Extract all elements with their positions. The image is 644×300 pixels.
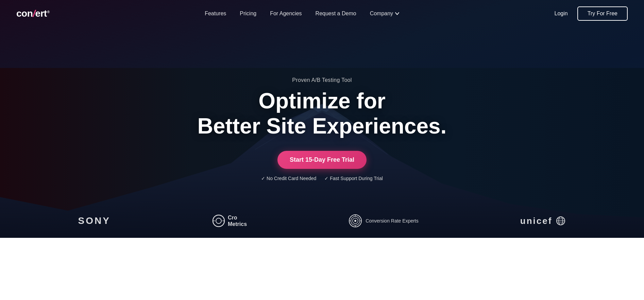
nav-company[interactable]: Company xyxy=(370,11,399,17)
cre-text: Conversion Rate Experts xyxy=(366,218,419,224)
svg-point-3 xyxy=(216,218,221,224)
crometrics-icon xyxy=(212,214,225,227)
unicef-globe-icon xyxy=(556,216,566,226)
hero-title: Optimize for Better Site Experiences. xyxy=(198,89,447,139)
hero-section: Proven A/B Testing Tool Optimize for Bet… xyxy=(0,0,644,238)
partner-logos: SONY Cro Metrics xyxy=(0,214,644,228)
navbar: con/ert® Features Pricing For Agencies R… xyxy=(0,0,644,27)
unicef-text: unicef xyxy=(520,216,553,226)
cre-icon xyxy=(349,214,362,228)
nav-features[interactable]: Features xyxy=(205,11,226,16)
no-credit-card-badge: ✓ No Credit Card Needed xyxy=(261,176,316,181)
nav-pricing[interactable]: Pricing xyxy=(240,11,256,16)
sony-logo-text: SONY xyxy=(78,215,111,226)
svg-point-9 xyxy=(354,220,356,222)
nav-agencies[interactable]: For Agencies xyxy=(270,11,302,16)
unicef-logo: unicef xyxy=(520,216,566,226)
sony-logo: SONY xyxy=(78,215,111,226)
hero-cta-button[interactable]: Start 15-Day Free Trial xyxy=(277,151,367,169)
fast-support-badge: ✓ Fast Support During Trial xyxy=(324,176,383,181)
cre-logo: Conversion Rate Experts xyxy=(349,214,419,228)
logo-text: con/ert® xyxy=(16,8,50,19)
hero-content: Proven A/B Testing Tool Optimize for Bet… xyxy=(198,57,447,181)
hero-subtitle: Proven A/B Testing Tool xyxy=(292,77,352,83)
crometrics-text: Cro Metrics xyxy=(228,214,247,227)
logo[interactable]: con/ert® xyxy=(16,8,50,19)
crometrics-logo: Cro Metrics xyxy=(212,214,247,227)
chevron-down-icon xyxy=(395,12,399,15)
nav-demo[interactable]: Request a Demo xyxy=(316,11,356,16)
nav-links: Features Pricing For Agencies Request a … xyxy=(205,11,399,17)
login-link[interactable]: Login xyxy=(555,11,568,17)
try-free-button[interactable]: Try For Free xyxy=(577,6,628,21)
below-hero-section xyxy=(0,238,644,285)
navbar-actions: Login Try For Free xyxy=(555,6,628,21)
hero-trust-badges: ✓ No Credit Card Needed ✓ Fast Support D… xyxy=(261,176,383,181)
